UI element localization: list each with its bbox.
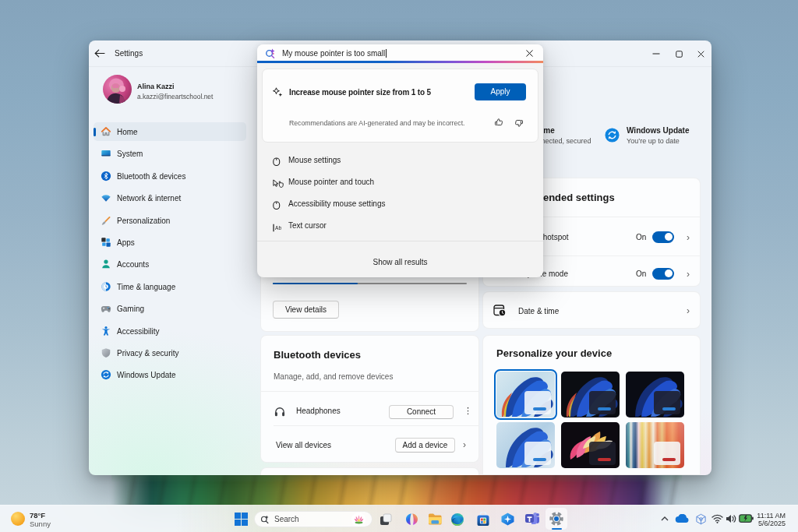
svg-text:Ab: Ab — [275, 225, 281, 231]
